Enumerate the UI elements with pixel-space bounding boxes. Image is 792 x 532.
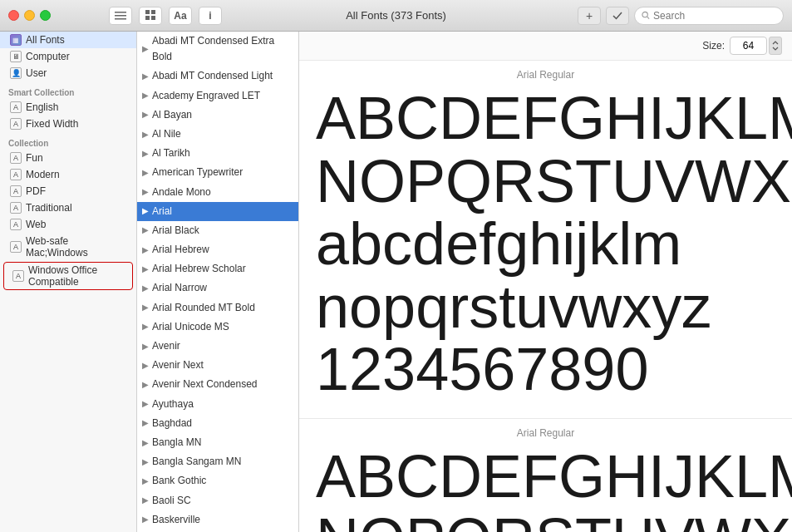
sidebar-item-web-safe[interactable]: A Web-safe Mac;Windows (0, 233, 136, 261)
search-icon (642, 11, 650, 20)
font-list-item[interactable]: ▶Avenir Next (137, 356, 298, 375)
font-list-item[interactable]: ▶Baskerville (137, 510, 298, 530)
sidebar: ▦ All Fonts 🖥 Computer 👤 User Smart Coll… (0, 32, 137, 532)
font-list-item[interactable]: ▶Ayuthaya (137, 395, 298, 414)
sidebar-item-fun[interactable]: A Fun (0, 150, 136, 166)
fixed-width-icon: A (10, 118, 22, 130)
preview-line-1-4: nopqrstuvwxyz (316, 276, 775, 339)
sidebar-item-windows-office[interactable]: A Windows Office Compatible (3, 262, 133, 290)
font-name-label: Bank Gothic (152, 473, 206, 489)
font-list-item[interactable]: ▶Arial Rounded MT Bold (137, 298, 298, 318)
font-list-item[interactable]: ▶Bank Gothic (137, 471, 298, 490)
size-input[interactable] (730, 37, 767, 55)
font-list-item[interactable]: ▶Al Nile (137, 125, 298, 144)
font-list-item[interactable]: ▶Avenir Next Condensed (137, 375, 298, 394)
search-box[interactable] (634, 7, 784, 25)
font-list-item[interactable]: ▶Al Bayan (137, 106, 298, 125)
font-list-item[interactable]: ▶Bangla Sangam MN (137, 452, 298, 471)
font-name-label: Abadi MT Condensed Extra Bold (152, 33, 293, 65)
font-list-item[interactable]: ▶Abadi MT Condensed Extra Bold (137, 32, 298, 66)
sidebar-item-modern[interactable]: A Modern (0, 166, 136, 183)
font-list-item[interactable]: ▶Arial (137, 202, 298, 221)
grid-view-button[interactable] (139, 7, 162, 25)
windows-office-icon: A (12, 270, 24, 282)
sidebar-item-english[interactable]: A English (0, 99, 136, 116)
sidebar-label-english: English (26, 101, 58, 113)
search-input[interactable] (653, 10, 776, 22)
font-name-label: Andale Mono (152, 185, 211, 200)
text-size-button[interactable]: Aa (169, 7, 192, 25)
font-list-item[interactable]: ▶Andale Mono (137, 183, 298, 202)
sidebar-item-pdf[interactable]: A PDF (0, 183, 136, 200)
expand-arrow-icon: ▶ (142, 70, 149, 83)
font-list-item[interactable]: ▶Arial Hebrew Scholar (137, 259, 298, 278)
font-name-label: American Typewriter (152, 165, 243, 180)
font-list-item[interactable]: ▶Bangla MN (137, 433, 298, 452)
font-name-label: Academy Engraved LET (152, 88, 260, 104)
expand-arrow-icon: ▶ (142, 128, 149, 141)
expand-arrow-icon: ▶ (142, 320, 149, 333)
preview-text-1: ABCDEFGHIJKLM NOPQRSTUVWXYZ abcdefghijkl… (316, 87, 775, 401)
svg-rect-1 (115, 15, 126, 17)
font-list-item[interactable]: ▶Arial Hebrew (137, 240, 298, 259)
web-icon: A (10, 219, 22, 230)
expand-arrow-icon: ▶ (142, 89, 149, 102)
sidebar-item-user[interactable]: 👤 User (0, 65, 136, 81)
preview-line-1-5: 1234567890 (316, 338, 775, 401)
sidebar-toggle-button[interactable] (109, 7, 132, 25)
font-name-label: Arial Narrow (152, 280, 207, 296)
close-button[interactable] (8, 10, 19, 21)
sidebar-label-computer: Computer (26, 51, 70, 62)
font-name-label: Avenir (152, 338, 180, 354)
collection-label: Collection (0, 132, 136, 150)
font-name-label: Al Bayan (152, 107, 192, 123)
minimize-button[interactable] (24, 10, 35, 21)
font-name-label: Bangla MN (152, 435, 201, 451)
font-name-label: Avenir Next Condensed (152, 377, 258, 392)
font-name-label: Baghdad (152, 416, 192, 431)
font-name-label: Ayuthaya (152, 397, 194, 412)
size-stepper[interactable] (769, 37, 782, 55)
font-list-item[interactable]: ▶Arial Unicode MS (137, 318, 298, 337)
sidebar-label-web: Web (26, 219, 46, 230)
svg-rect-2 (115, 18, 126, 20)
svg-point-7 (642, 12, 647, 17)
font-name-label: Arial Black (152, 223, 199, 239)
pdf-icon: A (10, 185, 22, 197)
expand-arrow-icon: ▶ (142, 224, 149, 237)
font-list-item[interactable]: ▶American Typewriter (137, 163, 298, 182)
validate-button[interactable] (606, 7, 629, 25)
svg-rect-3 (145, 10, 150, 14)
font-list-item[interactable]: ▶Al Tarikh (137, 144, 298, 163)
preview-line-1-3: abcdefghijklm (316, 213, 775, 276)
sidebar-label-traditional: Traditional (26, 202, 72, 214)
preview-line-1-1: ABCDEFGHIJKLM (316, 87, 775, 150)
font-list-item[interactable]: ▶Avenir (137, 337, 298, 356)
add-font-button[interactable]: + (578, 7, 601, 25)
font-name-label: Bangla Sangam MN (152, 454, 241, 470)
expand-arrow-icon: ▶ (142, 513, 149, 526)
sidebar-item-computer[interactable]: 🖥 Computer (0, 48, 136, 65)
expand-arrow-icon: ▶ (142, 359, 149, 372)
font-name-label: Baoli SC (152, 493, 191, 509)
info-button[interactable]: i (199, 7, 222, 25)
expand-arrow-icon: ▶ (142, 456, 149, 469)
sidebar-item-all-fonts[interactable]: ▦ All Fonts (0, 32, 136, 48)
expand-arrow-icon: ▶ (142, 416, 149, 430)
font-list: ▶Abadi MT Condensed Extra Bold▶Abadi MT … (137, 32, 299, 532)
sidebar-item-fixed-width[interactable]: A Fixed Width (0, 116, 136, 132)
font-name-label: Arial (152, 204, 172, 219)
font-list-item[interactable]: ▶Baghdad (137, 414, 298, 433)
font-list-item[interactable]: ▶Baoli SC (137, 491, 298, 510)
sidebar-item-web[interactable]: A Web (0, 216, 136, 233)
font-list-item[interactable]: ▶Arial Black (137, 221, 298, 240)
sidebar-item-traditional[interactable]: A Traditional (0, 200, 136, 216)
expand-arrow-icon: ▶ (142, 475, 149, 488)
font-list-item[interactable]: ▶Academy Engraved LET (137, 86, 298, 106)
main-layout: ▦ All Fonts 🖥 Computer 👤 User Smart Coll… (0, 32, 792, 532)
font-list-item[interactable]: ▶Abadi MT Condensed Light (137, 66, 298, 86)
sidebar-label-web-safe: Web-safe Mac;Windows (26, 235, 130, 259)
font-name-label: Avenir Next (152, 357, 204, 373)
font-list-item[interactable]: ▶Arial Narrow (137, 278, 298, 298)
maximize-button[interactable] (40, 10, 51, 21)
